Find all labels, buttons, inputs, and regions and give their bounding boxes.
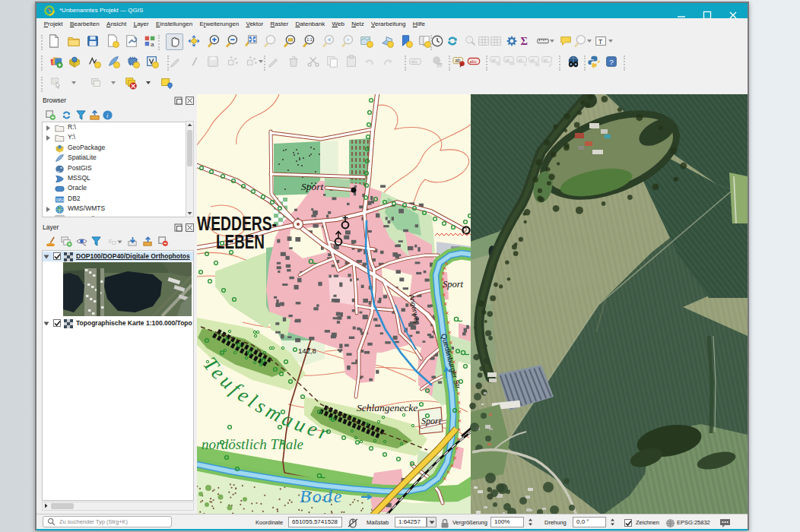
svg-text:abc: abc: [411, 59, 418, 64]
svg-text:Sport: Sport: [443, 279, 464, 290]
svg-text:DB2: DB2: [56, 198, 65, 202]
svg-text:ε: ε: [109, 237, 112, 245]
svg-text:ab: ab: [492, 59, 497, 62]
svg-text:142,8: 142,8: [298, 347, 316, 355]
svg-text:Bode: Bode: [300, 486, 343, 506]
svg-text:Schlangenecke: Schlangenecke: [357, 402, 417, 413]
svg-text:nordöstlich Thale: nordöstlich Thale: [202, 436, 303, 452]
svg-text:Sport: Sport: [421, 416, 442, 426]
svg-text:ab: ab: [519, 59, 523, 62]
svg-text:LEBEN: LEBEN: [216, 230, 265, 253]
svg-text:ab: ab: [531, 59, 535, 62]
svg-text:abc: abc: [470, 59, 478, 64]
svg-text:1:1: 1:1: [306, 37, 312, 42]
svg-text:T: T: [598, 38, 603, 46]
svg-text:Sport: Sport: [301, 181, 325, 192]
svg-text:ab: ab: [506, 59, 510, 62]
svg-text:?: ?: [609, 58, 614, 66]
svg-text:ab: ab: [544, 59, 548, 62]
svg-text:ab: ab: [455, 58, 461, 63]
svg-text:Σ: Σ: [521, 35, 528, 47]
svg-text:a: a: [151, 41, 154, 48]
